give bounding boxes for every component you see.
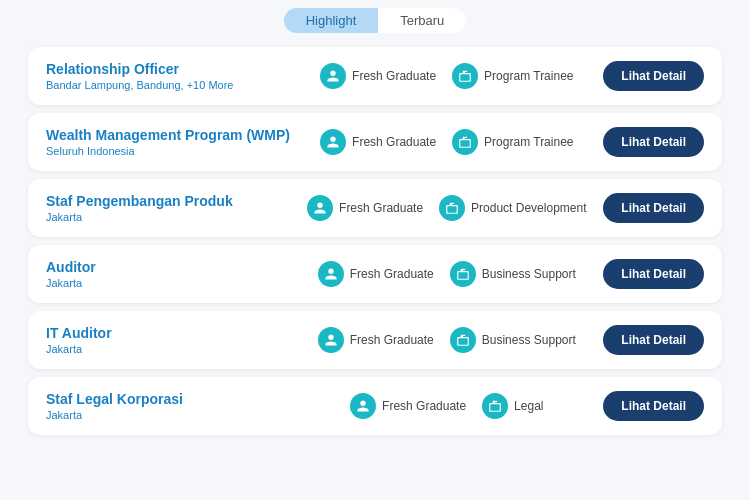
person-icon xyxy=(320,129,346,155)
job-info: Relationship Officer Bandar Lampung, Ban… xyxy=(46,61,290,91)
job-location: Seluruh Indonesia xyxy=(46,145,290,157)
job-title: Wealth Management Program (WMP) xyxy=(46,127,290,143)
job-tags: Fresh Graduate Business Support xyxy=(300,261,593,287)
tab-bar: Highlight Terbaru xyxy=(0,0,750,43)
job-tags: Fresh Graduate Program Trainee xyxy=(300,129,593,155)
job-title: IT Auditor xyxy=(46,325,290,341)
job-tags: Fresh Graduate Program Trainee xyxy=(300,63,593,89)
briefcase-icon xyxy=(452,129,478,155)
tag-type: Program Trainee xyxy=(452,129,573,155)
tag-experience-label: Fresh Graduate xyxy=(352,135,436,149)
job-title: Auditor xyxy=(46,259,290,275)
job-location: Jakarta xyxy=(46,277,290,289)
tag-experience: Fresh Graduate xyxy=(350,393,466,419)
briefcase-icon xyxy=(439,195,465,221)
tag-type: Legal xyxy=(482,393,543,419)
tag-experience-label: Fresh Graduate xyxy=(339,201,423,215)
job-card: Wealth Management Program (WMP) Seluruh … xyxy=(28,113,722,171)
briefcase-icon xyxy=(450,261,476,287)
lihat-detail-button[interactable]: Lihat Detail xyxy=(603,391,704,421)
job-tags: Fresh Graduate Product Development xyxy=(300,195,593,221)
person-icon xyxy=(350,393,376,419)
job-location: Jakarta xyxy=(46,409,290,421)
person-icon xyxy=(318,261,344,287)
tag-experience: Fresh Graduate xyxy=(318,261,434,287)
lihat-detail-button[interactable]: Lihat Detail xyxy=(603,325,704,355)
job-info: Wealth Management Program (WMP) Seluruh … xyxy=(46,127,290,157)
job-card: Staf Legal Korporasi Jakarta Fresh Gradu… xyxy=(28,377,722,435)
tag-experience-label: Fresh Graduate xyxy=(382,399,466,413)
tag-type-label: Business Support xyxy=(482,267,576,281)
job-title: Staf Legal Korporasi xyxy=(46,391,290,407)
briefcase-icon xyxy=(450,327,476,353)
job-info: Staf Legal Korporasi Jakarta xyxy=(46,391,290,421)
tag-type-label: Product Development xyxy=(471,201,586,215)
tag-type-label: Business Support xyxy=(482,333,576,347)
tag-type: Business Support xyxy=(450,327,576,353)
job-card: Auditor Jakarta Fresh Graduate Business … xyxy=(28,245,722,303)
tag-experience: Fresh Graduate xyxy=(320,129,436,155)
tag-experience: Fresh Graduate xyxy=(320,63,436,89)
person-icon xyxy=(318,327,344,353)
tag-type: Business Support xyxy=(450,261,576,287)
job-card: Relationship Officer Bandar Lampung, Ban… xyxy=(28,47,722,105)
job-tags: Fresh Graduate Legal xyxy=(300,393,593,419)
lihat-detail-button[interactable]: Lihat Detail xyxy=(603,127,704,157)
job-info: Staf Pengembangan Produk Jakarta xyxy=(46,193,290,223)
job-location: Bandar Lampung, Bandung, +10 More xyxy=(46,79,290,91)
briefcase-icon xyxy=(482,393,508,419)
job-tags: Fresh Graduate Business Support xyxy=(300,327,593,353)
tab-highlight[interactable]: Highlight xyxy=(284,8,379,33)
tag-experience-label: Fresh Graduate xyxy=(352,69,436,83)
lihat-detail-button[interactable]: Lihat Detail xyxy=(603,61,704,91)
tab-terbaru[interactable]: Terbaru xyxy=(378,8,466,33)
tag-type-label: Legal xyxy=(514,399,543,413)
briefcase-icon xyxy=(452,63,478,89)
job-info: Auditor Jakarta xyxy=(46,259,290,289)
job-location: Jakarta xyxy=(46,343,290,355)
tag-experience-label: Fresh Graduate xyxy=(350,333,434,347)
lihat-detail-button[interactable]: Lihat Detail xyxy=(603,193,704,223)
tag-experience: Fresh Graduate xyxy=(318,327,434,353)
job-title: Relationship Officer xyxy=(46,61,290,77)
job-title: Staf Pengembangan Produk xyxy=(46,193,290,209)
lihat-detail-button[interactable]: Lihat Detail xyxy=(603,259,704,289)
tag-experience-label: Fresh Graduate xyxy=(350,267,434,281)
job-info: IT Auditor Jakarta xyxy=(46,325,290,355)
tag-type-label: Program Trainee xyxy=(484,135,573,149)
tag-type-label: Program Trainee xyxy=(484,69,573,83)
job-card: Staf Pengembangan Produk Jakarta Fresh G… xyxy=(28,179,722,237)
person-icon xyxy=(320,63,346,89)
person-icon xyxy=(307,195,333,221)
job-list: Relationship Officer Bandar Lampung, Ban… xyxy=(0,43,750,455)
job-card: IT Auditor Jakarta Fresh Graduate Busine… xyxy=(28,311,722,369)
job-location: Jakarta xyxy=(46,211,290,223)
tag-experience: Fresh Graduate xyxy=(307,195,423,221)
tag-type: Product Development xyxy=(439,195,586,221)
tag-type: Program Trainee xyxy=(452,63,573,89)
